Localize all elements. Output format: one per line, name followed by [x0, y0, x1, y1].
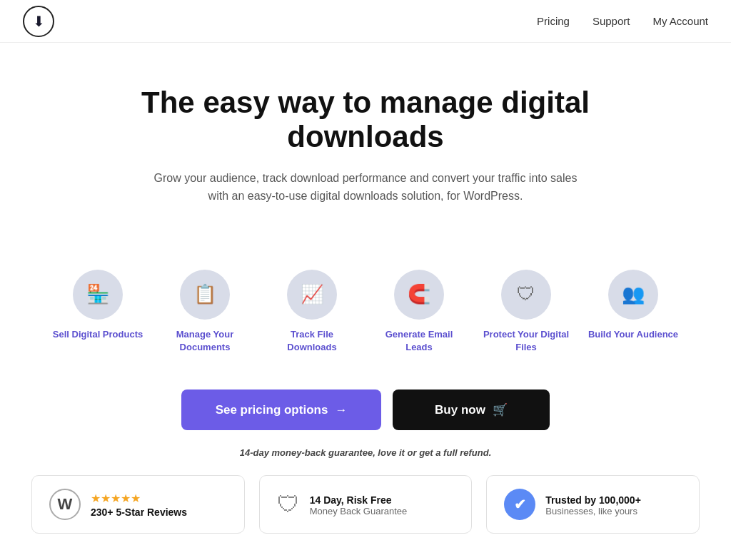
- feature-item-generate[interactable]: 🧲 Generate Email Leads: [373, 270, 465, 354]
- navigation: ⬇ Pricing Support My Account: [0, 0, 731, 43]
- trust-card-trusted: ✔ Trusted by 100,000+ Businesses, like y…: [486, 475, 700, 534]
- hero-subtitle: Grow your audience, track download perfo…: [144, 169, 587, 205]
- feature-icon-sell: 🏪: [73, 270, 123, 320]
- trust-title-trusted: Trusted by 100,000+: [545, 494, 640, 506]
- feature-item-track[interactable]: 📈 Track File Downloads: [266, 270, 358, 354]
- feature-item-manage[interactable]: 📋 Manage Your Documents: [158, 270, 251, 354]
- buy-now-button[interactable]: Buy now 🛒: [393, 390, 550, 430]
- features-row: 🏪 Sell Digital Products 📋 Manage Your Do…: [9, 263, 722, 382]
- nav-support[interactable]: Support: [593, 15, 630, 27]
- nav-links: Pricing Support My Account: [537, 15, 708, 27]
- trust-title-reviews: 230+ 5-Star Reviews: [91, 506, 187, 518]
- feature-item-sell[interactable]: 🏪 Sell Digital Products: [51, 270, 144, 354]
- trust-title-money-back: 14 Day, Risk Free: [310, 494, 408, 506]
- trust-text-money-back: 14 Day, Risk Free Money Back Guarantee: [310, 493, 408, 516]
- feature-label-sell: Sell Digital Products: [53, 328, 143, 341]
- nav-account[interactable]: My Account: [652, 15, 708, 27]
- buy-now-label: Buy now: [435, 403, 485, 417]
- stars: ★★★★★: [91, 492, 187, 505]
- wp-icon: W: [49, 489, 81, 520]
- feature-label-protect: Protect Your Digital Files: [480, 328, 573, 354]
- feature-icon-generate: 🧲: [394, 270, 444, 320]
- logo-icon: ⬇: [33, 13, 45, 30]
- trust-sub: Businesses, like yours: [545, 506, 640, 516]
- hero-title: The easy way to manage digital downloads: [73, 86, 658, 155]
- trust-text-trusted: Trusted by 100,000+ Businesses, like you…: [545, 493, 640, 516]
- shield-icon: 🛡: [277, 492, 300, 518]
- feature-icon-track: 📈: [287, 270, 337, 320]
- feature-label-build: Build Your Audience: [588, 328, 678, 341]
- nav-pricing[interactable]: Pricing: [537, 15, 570, 27]
- see-pricing-button[interactable]: See pricing options →: [181, 390, 381, 430]
- verified-icon: ✔: [504, 489, 535, 520]
- trust-card-money-back: 🛡 14 Day, Risk Free Money Back Guarantee: [259, 475, 473, 534]
- trust-text-reviews: ★★★★★ 230+ 5-Star Reviews: [91, 492, 187, 518]
- see-pricing-label: See pricing options: [216, 403, 328, 417]
- feature-icon-protect: 🛡: [501, 270, 551, 320]
- logo[interactable]: ⬇: [23, 6, 54, 37]
- feature-item-build[interactable]: 👥 Build Your Audience: [587, 270, 680, 354]
- feature-label-track: Track File Downloads: [266, 328, 358, 354]
- feature-icon-build: 👥: [608, 270, 658, 320]
- cta-row: See pricing options → Buy now 🛒: [0, 382, 731, 442]
- trust-row: W ★★★★★ 230+ 5-Star Reviews 🛡 14 Day, Ri…: [9, 475, 722, 560]
- arrow-icon: →: [335, 403, 347, 417]
- trust-card-reviews: W ★★★★★ 230+ 5-Star Reviews: [31, 475, 245, 534]
- feature-item-protect[interactable]: 🛡 Protect Your Digital Files: [480, 270, 573, 354]
- feature-label-manage: Manage Your Documents: [158, 328, 251, 354]
- guarantee-text: 14-day money-back guarantee, love it or …: [0, 442, 731, 475]
- cart-icon: 🛒: [493, 402, 508, 417]
- feature-label-generate: Generate Email Leads: [373, 328, 465, 354]
- hero-section: The easy way to manage digital downloads…: [44, 43, 687, 263]
- feature-icon-manage: 📋: [180, 270, 230, 320]
- trust-sub: Money Back Guarantee: [310, 506, 408, 516]
